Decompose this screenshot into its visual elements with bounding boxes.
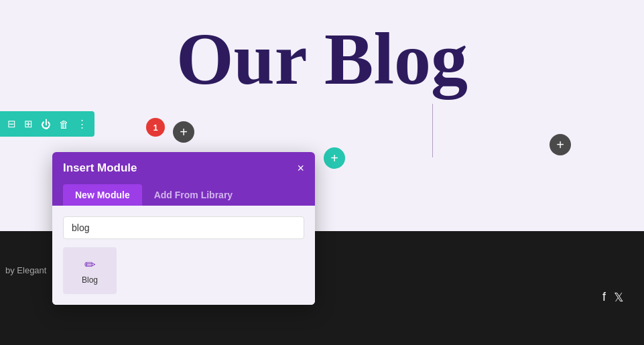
module-item-blog[interactable]: ✏ Blog xyxy=(63,247,117,294)
blog-title: Our Blog xyxy=(176,22,468,96)
module-search-input[interactable] xyxy=(63,216,304,239)
add-module-button-2[interactable]: + xyxy=(324,147,345,169)
blog-module-label: Blog xyxy=(82,275,98,285)
insert-module-dialog: Insert Module × New Module Add From Libr… xyxy=(52,152,315,305)
dialog-title: Insert Module xyxy=(63,161,137,175)
dialog-close-button[interactable]: × xyxy=(297,162,304,174)
toolbar-icon-grid[interactable]: ⊞ xyxy=(22,117,35,131)
dialog-tabs: New Module Add From Library xyxy=(52,184,315,206)
tab-new-module[interactable]: New Module xyxy=(63,184,142,206)
social-icons: f 𝕏 xyxy=(602,290,624,305)
add-module-button-1[interactable]: + xyxy=(173,121,194,143)
dialog-header: Insert Module × xyxy=(52,152,315,184)
toolbar: ⊟ ⊞ ⏻ 🗑 ⋮ xyxy=(0,111,94,137)
toolbar-icon-power[interactable]: ⏻ xyxy=(39,117,53,131)
step-badge-1: 1 xyxy=(146,118,165,137)
add-module-button-3[interactable]: + xyxy=(550,134,571,155)
blog-module-icon: ✏ xyxy=(84,257,96,273)
toolbar-icon-more[interactable]: ⋮ xyxy=(75,117,89,131)
dialog-body: ✏ Blog xyxy=(52,206,315,305)
elegant-text: by Elegant xyxy=(0,263,52,278)
facebook-icon[interactable]: f xyxy=(602,290,606,305)
tab-add-from-library[interactable]: Add From Library xyxy=(142,184,245,206)
divider-line xyxy=(432,104,433,157)
module-grid: ✏ Blog xyxy=(63,247,304,294)
twitter-icon[interactable]: 𝕏 xyxy=(614,290,624,305)
toolbar-icon-columns[interactable]: ⊟ xyxy=(5,117,18,131)
toolbar-icon-delete[interactable]: 🗑 xyxy=(57,117,71,131)
blog-title-area: Our Blog xyxy=(0,0,644,117)
